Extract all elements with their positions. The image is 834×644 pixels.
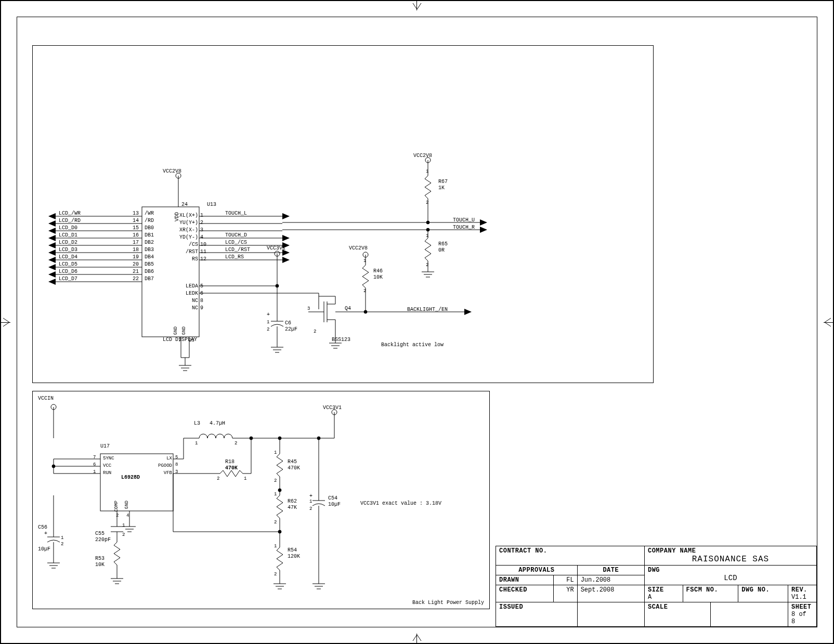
- drawn-label: DRAWN: [499, 576, 519, 584]
- svg-text:2: 2: [363, 288, 366, 294]
- svg-text:2: 2: [274, 478, 277, 483]
- comp-name: COMP: [114, 501, 119, 512]
- company-name: RAISONANCE SAS: [648, 555, 813, 564]
- checked-by: YR: [566, 586, 574, 594]
- svg-text:+: +: [44, 531, 47, 536]
- svg-text:1: 1: [274, 544, 277, 549]
- vcc3v1-out: VCC3V1: [323, 405, 342, 411]
- c55-val: 220pF: [95, 537, 111, 543]
- svg-text:2: 2: [426, 262, 428, 268]
- vccin-port: [43, 402, 85, 443]
- q4-part: BSS123: [332, 337, 350, 343]
- svg-point-77: [426, 228, 429, 231]
- c55-ref: C55: [95, 531, 105, 536]
- gnd-name1: GND: [173, 326, 178, 335]
- u17-right-names: LXPGOODVFB: [158, 455, 172, 477]
- schematic-box-psu: Back Light Power Supply VCC3V1 exact val…: [32, 391, 490, 609]
- r54-val: 120K: [288, 554, 300, 559]
- svg-text:1: 1: [122, 523, 125, 528]
- c56-val: 10µF: [38, 546, 50, 552]
- sheet-num: 8 of 8: [791, 611, 806, 625]
- svg-text:1: 1: [309, 499, 312, 504]
- svg-text:1: 1: [274, 450, 277, 455]
- gnd-name2: GND: [181, 326, 187, 335]
- right-pin-names: XL(X+)YU(Y+) XR(X-)YD(Y-) /CS/RST RS: [176, 212, 198, 263]
- u17-part: L6928D: [121, 475, 140, 480]
- svg-text:3: 3: [307, 306, 310, 311]
- checked-date: Sept.2008: [581, 586, 615, 594]
- u17-ref: U17: [100, 443, 110, 449]
- svg-text:2: 2: [314, 329, 316, 334]
- approvals-label: APPROVALS: [518, 567, 554, 574]
- drawing-sheet: U13 LCD DISPLAY LCD_/WRLCD_/RD LCD_D0LCD…: [0, 0, 834, 644]
- date-label: DATE: [603, 567, 619, 574]
- svg-text:+: +: [309, 493, 312, 499]
- svg-text:2: 2: [61, 542, 63, 547]
- backlight-note: Backlight active low: [381, 342, 444, 348]
- schematic-box-lcd: U13 LCD DISPLAY LCD_/WRLCD_/RD LCD_D0LCD…: [32, 45, 654, 383]
- u13-ref: U13: [207, 202, 216, 207]
- gnd-name: GND: [124, 501, 129, 509]
- comp-net: 12: [111, 511, 158, 599]
- r54-ref: R54: [288, 547, 297, 553]
- drawn-by: FL: [566, 576, 574, 584]
- contract-no-label: CONTRACT NO.: [499, 547, 547, 555]
- svg-point-87: [52, 465, 55, 468]
- r62-val: 47K: [288, 505, 297, 510]
- c54-val: 10µF: [328, 502, 341, 507]
- vcc2v8-r67: VCC2V8: [413, 153, 432, 159]
- ledk-net: 3 2 12: [199, 291, 480, 374]
- svg-text:2: 2: [309, 506, 312, 511]
- svg-text:1: 1: [61, 535, 63, 541]
- r53-ref: R53: [95, 556, 105, 561]
- r53-val: 10K: [95, 562, 105, 568]
- vcc2v8-u13: VCC2V8: [163, 168, 181, 174]
- q4-ref: Q4: [345, 306, 351, 311]
- arrow-left: [2, 317, 12, 327]
- c56: + 12: [43, 495, 80, 584]
- r62-ref2: R62: [288, 498, 297, 504]
- svg-text:1: 1: [426, 169, 428, 174]
- size-label: SIZE: [648, 586, 664, 594]
- vdd-pin: 24: [181, 202, 188, 207]
- left-pin-names: /WR/RD DB0DB1 DB2DB3 DB4DB5 DB6DB7: [145, 210, 154, 283]
- right-pin-names2: LEDALEDK NCNC: [179, 283, 198, 312]
- svg-text:1: 1: [274, 492, 277, 497]
- r65-val: 0R: [438, 247, 445, 253]
- fscm-label: FSCM NO.: [686, 586, 719, 594]
- r45-ref: R45: [288, 459, 297, 465]
- psu-title: Back Light Power Supply: [412, 600, 484, 606]
- issued-label: ISSUED: [499, 603, 523, 611]
- svg-text:2: 2: [274, 520, 277, 525]
- sheet-label: SHEET: [791, 603, 812, 611]
- svg-text:2: 2: [122, 532, 125, 537]
- r18-ref: R18: [225, 459, 234, 465]
- svg-text:2: 2: [217, 476, 219, 481]
- rev-label: REV.: [791, 586, 807, 594]
- title-block: CONTRACT NO. COMPANY NAME RAISONANCE SAS…: [496, 546, 817, 627]
- company-name-label: COMPANY NAME: [648, 547, 696, 555]
- r45-val: 470K: [288, 465, 300, 471]
- backlight-en: BACKLIGHT_/EN: [407, 307, 448, 312]
- l3-ref: L3: [194, 420, 200, 426]
- gnd-pin7: 7: [178, 338, 181, 343]
- rev: V1.1: [791, 594, 806, 601]
- r65-ref: R65: [438, 241, 448, 247]
- checked-label: CHECKED: [499, 586, 527, 594]
- left-bus-labels: LCD_/WRLCD_/RD LCD_D0LCD_D1 LCD_D2LCD_D3…: [59, 210, 81, 283]
- u17-left-nums: 761: [93, 454, 96, 476]
- gnd-pin23: 23: [189, 338, 194, 343]
- dwg-label: DWG: [648, 567, 660, 574]
- r67-val: 1K: [438, 185, 445, 191]
- u17-left-names: SYNCVCCRUN: [103, 455, 114, 477]
- svg-text:2: 2: [274, 572, 277, 577]
- dwg-title: LCD: [648, 574, 813, 582]
- arrow-right: [822, 317, 832, 327]
- svg-text:1: 1: [244, 476, 246, 481]
- scale-label: SCALE: [648, 603, 668, 611]
- vcc3v1-note: VCC3V1 exact value : 3.18V: [360, 501, 441, 506]
- svg-text:2: 2: [426, 200, 428, 205]
- arrow-top: [412, 2, 422, 12]
- c56-ref: C56: [38, 524, 47, 530]
- arrow-bottom: [412, 632, 422, 642]
